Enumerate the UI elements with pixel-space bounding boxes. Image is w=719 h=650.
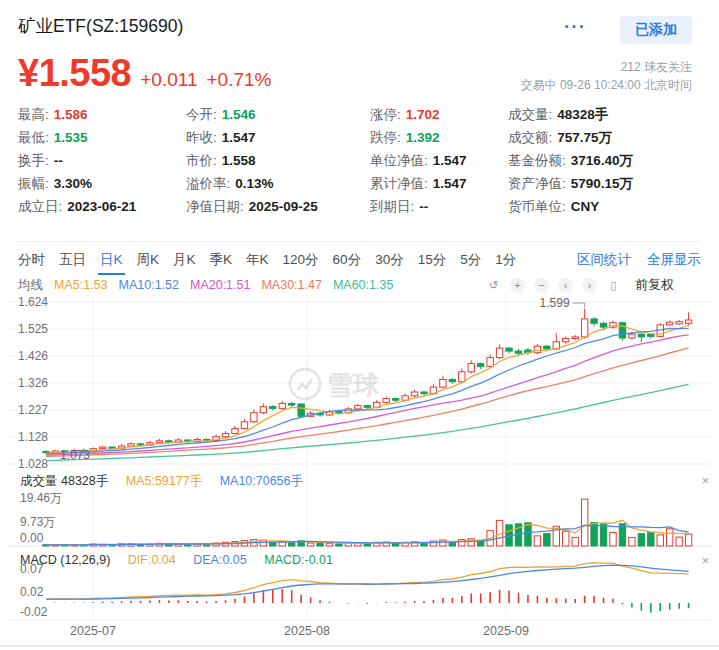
stat-value: 757.75万	[557, 130, 612, 145]
macd-dif-label: DIF:0.04	[128, 553, 176, 567]
stat-value: 1.586	[54, 107, 88, 122]
stat-label: 成交额:	[508, 130, 552, 145]
macd-tick-label: -0.02	[20, 605, 48, 619]
close-macd-panel-icon[interactable]: ×	[701, 553, 709, 568]
tab-月K[interactable]: 月K	[173, 251, 196, 269]
stat-value: 5790.15万	[571, 176, 633, 191]
stat-label: 溢价率:	[186, 176, 230, 191]
stat-label: 资产净值:	[508, 176, 566, 191]
stat-item: 跌停:1.392	[370, 129, 508, 152]
stat-label: 跌停:	[370, 130, 401, 145]
tab-年K[interactable]: 年K	[246, 251, 269, 269]
tab-1分[interactable]: 1分	[495, 251, 516, 269]
date-label: 2025-09	[483, 624, 529, 638]
more-icon[interactable]: ···	[564, 16, 586, 38]
high-annotation: 1.599	[540, 296, 570, 310]
date-label: 2025-08	[284, 624, 330, 638]
stat-value: 1.547	[433, 176, 467, 191]
low-annotation: 1.073	[60, 448, 90, 462]
zoom-in-icon[interactable]: +	[510, 278, 525, 293]
tab-120分[interactable]: 120分	[283, 251, 319, 269]
tab-60分[interactable]: 60分	[333, 251, 362, 269]
price-tick-label: 1.525	[18, 322, 48, 336]
stat-item: 最低:1.535	[18, 129, 186, 152]
stat-value: 3.30%	[54, 176, 92, 191]
tab-15分[interactable]: 15分	[418, 251, 447, 269]
session-info: 212 球友关注 交易中 09-26 10:24:00 北京时间	[521, 58, 692, 94]
stat-label: 成交量:	[508, 107, 552, 122]
price-block: ¥1.558 +0.011 +0.71%	[18, 52, 271, 95]
stat-value: 2023-06-21	[67, 199, 136, 214]
stat-item: 昨收:1.547	[186, 129, 370, 152]
stat-value: 48328手	[557, 107, 608, 122]
volume-ma5-label: MA5:59177手	[126, 474, 202, 488]
volume-title: 成交量 48328手	[20, 474, 108, 488]
stat-item: 市价:1.558	[186, 152, 370, 175]
stat-item: 成立日:2023-06-21	[18, 198, 186, 221]
fullscreen-link[interactable]: 全屏显示	[647, 252, 701, 267]
tab-五日[interactable]: 五日	[59, 251, 86, 269]
stat-item: 最高:1.586	[18, 106, 186, 129]
stat-item: 资产净值:5790.15万	[508, 175, 719, 198]
stat-value: 3716.40万	[571, 153, 633, 168]
added-button[interactable]: 已添加	[620, 16, 692, 44]
stat-value: 1.702	[406, 107, 440, 122]
stat-item: 今开:1.546	[186, 106, 370, 129]
stat-item: 到期日:--	[370, 198, 508, 221]
stat-label: 净值日期:	[186, 199, 244, 214]
tab-日K[interactable]: 日K	[100, 251, 123, 269]
price-change-pct: +0.71%	[206, 69, 271, 91]
stat-label: 最低:	[18, 130, 49, 145]
zoom-out-icon[interactable]: −	[534, 278, 549, 293]
stat-label: 今开:	[186, 107, 217, 122]
tab-5分[interactable]: 5分	[460, 251, 481, 269]
followers-count: 212 球友关注	[521, 58, 692, 76]
stat-value: 1.392	[406, 130, 440, 145]
range-stats-link[interactable]: 区间统计	[577, 252, 631, 267]
stat-label: 换手:	[18, 153, 49, 168]
tab-季K[interactable]: 季K	[210, 251, 233, 269]
volume-tick-label: 9.73万	[20, 515, 55, 529]
tabbar-links: 区间统计全屏显示	[561, 250, 701, 269]
stat-item: 振幅:3.30%	[18, 175, 186, 198]
stat-value: --	[419, 199, 428, 214]
stat-label: 基金份额:	[508, 153, 566, 168]
undo-icon[interactable]: ↺	[486, 278, 501, 293]
volume-tick-label: 0.00	[20, 531, 44, 545]
page-title: 矿业ETF(SZ:159690)	[18, 14, 183, 38]
pan-left-icon[interactable]: ‹	[558, 278, 573, 293]
price-tick-label: 1.128	[18, 430, 48, 444]
stat-label: 昨收:	[186, 130, 217, 145]
tab-分时[interactable]: 分时	[18, 251, 45, 269]
price-change: +0.011	[140, 69, 197, 91]
stat-item: 累计净值:1.547	[370, 175, 508, 198]
adjust-mode-label[interactable]: 前复权	[635, 276, 674, 294]
date-axis-labels: 2025-072025-082025-09	[70, 624, 529, 638]
tab-30分[interactable]: 30分	[375, 251, 404, 269]
stat-label: 单位净值:	[370, 153, 428, 168]
pan-right-icon[interactable]: ›	[582, 278, 597, 293]
ma-legend-item: MA20:1.51	[190, 278, 250, 292]
stat-label: 振幅:	[18, 176, 49, 191]
ma-legend-item: MA10:1.52	[119, 278, 179, 292]
ma-legend-item: MA5:1.53	[54, 278, 108, 292]
price-tick-label: 1.624	[18, 295, 48, 309]
close-volume-panel-icon[interactable]: ×	[701, 473, 709, 488]
ma-legend-title: 均线	[18, 278, 43, 292]
mobile-view-icon[interactable]: ▯	[606, 278, 621, 293]
stat-label: 货币单位:	[508, 199, 566, 214]
stat-value: 1.535	[54, 130, 88, 145]
volume-panel: 19.46万9.73万0.00	[8, 491, 711, 546]
tab-周K[interactable]: 周K	[137, 251, 160, 269]
xueqiu-watermark: 雪球	[290, 369, 380, 400]
session-status: 交易中 09-26 10:24:00 北京时间	[521, 76, 692, 94]
ma-legend: 均线MA5:1.53MA10:1.52MA20:1.51MA30:1.47MA6…	[18, 277, 404, 294]
svg-text:雪球: 雪球	[327, 370, 380, 400]
macd-dea-label: DEA:0.05	[193, 553, 247, 567]
stat-label: 最高:	[18, 107, 49, 122]
stat-item: 成交额:757.75万	[508, 129, 719, 152]
stat-label: 市价:	[186, 153, 217, 168]
stat-label: 成立日:	[18, 199, 62, 214]
stat-item: 换手:--	[18, 152, 186, 175]
macd-title: MACD (12,26,9)	[20, 553, 110, 567]
